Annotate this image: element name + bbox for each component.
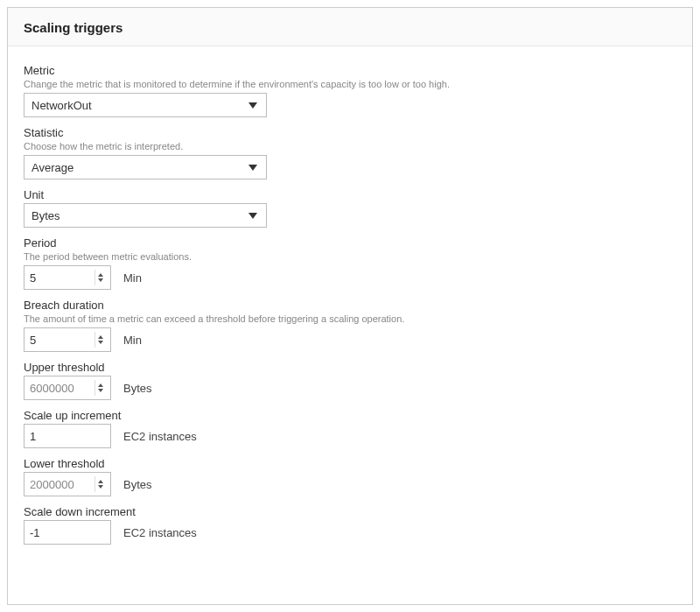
metric-select[interactable]: NetworkOut: [24, 93, 267, 117]
unit-label: Unit: [24, 188, 676, 201]
lower-threshold-label: Lower threshold: [24, 457, 676, 470]
lower-threshold-input[interactable]: 2000000: [24, 472, 111, 496]
field-upper-threshold: Upper threshold 6000000 Bytes: [24, 361, 676, 400]
spinner-icon: [94, 332, 105, 348]
chevron-down-icon: [248, 165, 257, 171]
field-metric: Metric Change the metric that is monitor…: [24, 64, 676, 117]
upper-threshold-input[interactable]: 6000000: [24, 376, 111, 400]
scale-up-increment-value: 1: [30, 430, 105, 443]
unit-select-value: Bytes: [32, 209, 248, 222]
scale-up-increment-input[interactable]: 1: [24, 424, 111, 448]
scaling-triggers-panel: Scaling triggers Metric Change the metri…: [7, 7, 693, 605]
statistic-select-value: Average: [32, 161, 248, 174]
breach-duration-unit: Min: [123, 334, 142, 347]
field-statistic: Statistic Choose how the metric is inter…: [24, 126, 676, 179]
upper-threshold-unit: Bytes: [123, 382, 152, 395]
field-scale-up-increment: Scale up increment 1 EC2 instances: [24, 409, 676, 448]
scale-down-increment-label: Scale down increment: [24, 505, 676, 518]
chevron-down-icon: [248, 213, 257, 219]
metric-label: Metric: [24, 64, 676, 77]
period-input[interactable]: 5: [24, 265, 111, 290]
statistic-label: Statistic: [24, 126, 676, 139]
metric-select-value: NetworkOut: [32, 99, 248, 112]
spin-up-icon[interactable]: [98, 383, 103, 387]
breach-duration-label: Breach duration: [24, 299, 676, 312]
statistic-select[interactable]: Average: [24, 155, 267, 179]
upper-threshold-label: Upper threshold: [24, 361, 676, 374]
spinner-icon: [94, 380, 105, 396]
lower-threshold-unit: Bytes: [123, 478, 152, 491]
panel-title: Scaling triggers: [24, 20, 676, 35]
spin-down-icon[interactable]: [98, 278, 103, 282]
field-scale-down-increment: Scale down increment -1 EC2 instances: [24, 505, 676, 545]
spin-up-icon[interactable]: [98, 335, 103, 339]
period-help: The period between metric evaluations.: [24, 251, 676, 262]
breach-duration-value: 5: [30, 334, 94, 347]
lower-threshold-value: 2000000: [30, 478, 94, 491]
period-label: Period: [24, 236, 676, 250]
scale-up-increment-label: Scale up increment: [24, 409, 676, 422]
scale-down-increment-input[interactable]: -1: [24, 520, 111, 545]
breach-duration-help: The amount of time a metric can exceed a…: [24, 313, 676, 324]
chevron-down-icon: [248, 102, 257, 109]
spinner-icon: [94, 270, 105, 285]
field-lower-threshold: Lower threshold 2000000 Bytes: [24, 457, 676, 496]
scale-down-increment-value: -1: [30, 526, 105, 539]
scale-down-increment-unit: EC2 instances: [123, 526, 197, 539]
spinner-icon: [94, 476, 105, 492]
statistic-help: Choose how the metric is interpreted.: [24, 141, 676, 151]
spin-down-icon[interactable]: [98, 485, 103, 489]
spin-down-icon[interactable]: [98, 341, 103, 344]
period-unit: Min: [123, 271, 142, 285]
spin-up-icon[interactable]: [98, 273, 103, 277]
panel-header: Scaling triggers: [8, 8, 692, 46]
panel-body: Metric Change the metric that is monitor…: [8, 46, 692, 560]
field-breach-duration: Breach duration The amount of time a met…: [24, 299, 676, 352]
unit-select[interactable]: Bytes: [24, 203, 267, 228]
breach-duration-input[interactable]: 5: [24, 327, 111, 352]
scale-up-increment-unit: EC2 instances: [123, 430, 197, 443]
spin-up-icon[interactable]: [98, 480, 103, 483]
field-unit: Unit Bytes: [24, 188, 676, 228]
metric-help: Change the metric that is monitored to d…: [24, 79, 676, 89]
spin-down-icon[interactable]: [98, 389, 103, 392]
period-value: 5: [30, 271, 94, 285]
upper-threshold-value: 6000000: [30, 382, 94, 395]
field-period: Period The period between metric evaluat…: [24, 236, 676, 290]
